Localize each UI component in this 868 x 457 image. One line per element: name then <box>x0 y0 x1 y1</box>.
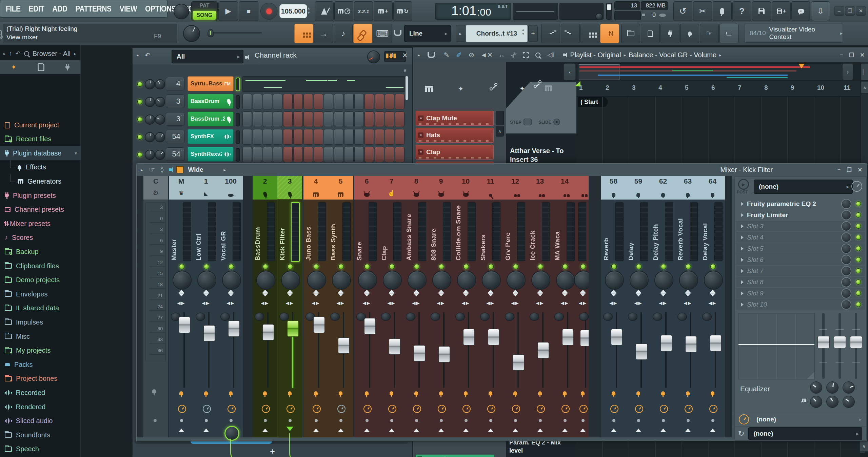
strip-header[interactable]: 62 <box>651 176 675 200</box>
mixer-strip-bassdrum[interactable]: 2BassDrum◀▶ <box>253 176 277 437</box>
strip-fader[interactable] <box>562 329 574 345</box>
strip-fader[interactable] <box>414 345 425 361</box>
slot-expand-icon[interactable] <box>741 280 744 284</box>
channel-button-2[interactable]: BassDrum .2 <box>188 111 234 126</box>
browser-item-clipboard-files[interactable]: Clipboard files <box>0 259 80 273</box>
step-cell[interactable] <box>263 147 272 162</box>
channel-mute-pill[interactable] <box>236 148 240 162</box>
strip-separation-control[interactable] <box>313 290 319 296</box>
brush-icon[interactable]: ✐ <box>456 51 462 59</box>
step-cell[interactable] <box>375 94 384 109</box>
strip-clock-icon[interactable] <box>537 405 545 413</box>
strip-led[interactable] <box>229 264 234 269</box>
strip-fader[interactable] <box>660 335 672 351</box>
channel-button-1[interactable]: BassDrum <box>188 94 234 109</box>
step-cell[interactable] <box>242 111 252 127</box>
effect-slot-8[interactable]: Slot 8 <box>736 277 865 287</box>
channel-volume-knob[interactable] <box>155 97 165 107</box>
strip-pan-control[interactable]: ◀▶ <box>312 300 320 306</box>
tempo-display[interactable]: 105.000 <box>279 4 307 18</box>
step-cell[interactable] <box>314 111 323 127</box>
feedback-button[interactable] <box>791 1 810 21</box>
undo-button[interactable]: ↺ <box>673 1 692 21</box>
target-spinner[interactable]: ‹ › <box>181 79 184 82</box>
strip-fader[interactable] <box>611 329 623 345</box>
slot-enable-led[interactable] <box>856 235 861 240</box>
channel-mixer-target[interactable]: 4‹ › <box>166 77 185 90</box>
shop-button[interactable] <box>719 24 738 43</box>
strip-meter[interactable] <box>233 202 241 261</box>
strip-pan-control[interactable]: ◀▶ <box>610 300 618 306</box>
strip-pan-knob[interactable] <box>222 271 241 290</box>
channel-led[interactable] <box>137 99 142 104</box>
strip-small-knob[interactable] <box>579 313 589 321</box>
help-button[interactable]: ? <box>732 1 751 21</box>
countdown-button[interactable]: 3.2.1 <box>354 1 373 21</box>
antenna-icon[interactable]: ⟠ <box>160 166 163 173</box>
step-cell[interactable] <box>273 111 282 127</box>
strip-header[interactable]: 11 <box>478 176 503 200</box>
strip-small-knob[interactable] <box>196 313 205 321</box>
strip-clock-icon[interactable] <box>610 405 618 413</box>
strip-led[interactable] <box>563 264 568 269</box>
slot-enable-led[interactable] <box>856 201 861 206</box>
step-cell[interactable] <box>364 111 374 127</box>
step-cell[interactable] <box>375 129 384 145</box>
recording-button[interactable] <box>713 1 732 21</box>
strip-led[interactable] <box>538 264 543 269</box>
strip-pan-knob[interactable] <box>281 271 300 290</box>
touch-controller-button[interactable] <box>680 24 699 43</box>
browser-item-demo-projects[interactable]: Demo projects <box>0 273 80 287</box>
step-cell[interactable] <box>385 147 394 162</box>
channel-mixer-target[interactable]: 54‹ › <box>166 147 185 161</box>
strip-separation-control[interactable] <box>228 290 234 296</box>
strip-small-knob[interactable] <box>455 313 465 321</box>
channel-pan-knob[interactable] <box>145 97 155 107</box>
effect-slot-9[interactable]: Slot 9 <box>736 288 865 298</box>
mixer-strip-current[interactable]: C⚙30369121518212427303336 <box>143 176 168 437</box>
strip-pan-control[interactable]: ◀▶ <box>202 300 210 306</box>
mixer-strip-reverb-vocal[interactable]: 63Reverb Vocal◀▶ <box>675 176 700 437</box>
step-cell[interactable] <box>263 94 272 109</box>
mixer-window-buttons[interactable]: –❐✕ <box>837 167 862 173</box>
browser-item-effects[interactable]: Effects <box>0 160 80 174</box>
step-cell[interactable] <box>283 147 293 162</box>
strip-pan-control[interactable]: ◀▶ <box>177 300 185 306</box>
eq-band-slider-2[interactable] <box>834 336 846 348</box>
link-toggle[interactable] <box>353 24 372 43</box>
main-pitch-slider[interactable] <box>208 29 262 37</box>
strip-pan-knob[interactable] <box>173 271 192 290</box>
step-cell[interactable] <box>364 147 374 162</box>
strip-pan-knob[interactable] <box>507 271 526 290</box>
strip-route-arrow[interactable] <box>287 426 293 432</box>
browser-item-sliced-audio[interactable]: Sliced audio <box>0 414 80 428</box>
strip-pan-knob[interactable] <box>679 271 698 290</box>
strip-meter[interactable] <box>640 202 648 261</box>
strip-name[interactable]: Master <box>170 204 178 261</box>
strip-led[interactable] <box>314 264 319 269</box>
strip-header[interactable]: M♛ <box>169 176 194 200</box>
strip-small-knob[interactable] <box>677 313 687 321</box>
strip-name[interactable]: Grv Perc <box>504 204 512 261</box>
files-tab-icon[interactable] <box>38 63 44 71</box>
strip-separation-control[interactable] <box>463 290 469 296</box>
strip-meter[interactable] <box>468 202 476 261</box>
strip-route-arrow[interactable] <box>389 427 394 433</box>
channel-pan-knob[interactable] <box>145 132 155 142</box>
rack-menu-icon[interactable]: ▸ <box>137 53 139 58</box>
strip-led[interactable] <box>686 264 691 269</box>
strip-meter[interactable] <box>665 202 673 261</box>
step-cell[interactable] <box>273 94 282 109</box>
playlist-scroll-up[interactable]: ∧ <box>861 81 868 94</box>
strip-header[interactable]: 5 <box>328 176 353 200</box>
step-cell[interactable] <box>354 111 364 127</box>
channel-mixer-target[interactable]: 54‹ › <box>166 130 185 143</box>
strip-separation-control[interactable] <box>710 290 715 296</box>
patterns-tab-icon[interactable] <box>425 85 433 92</box>
strip-led[interactable] <box>414 264 419 269</box>
step-cell[interactable] <box>293 111 303 127</box>
strip-small-knob[interactable] <box>628 313 637 321</box>
channel-mute-pill[interactable] <box>236 113 240 126</box>
mixer-menu-icon[interactable]: ▸ <box>141 167 143 172</box>
strip-led[interactable] <box>488 264 494 269</box>
